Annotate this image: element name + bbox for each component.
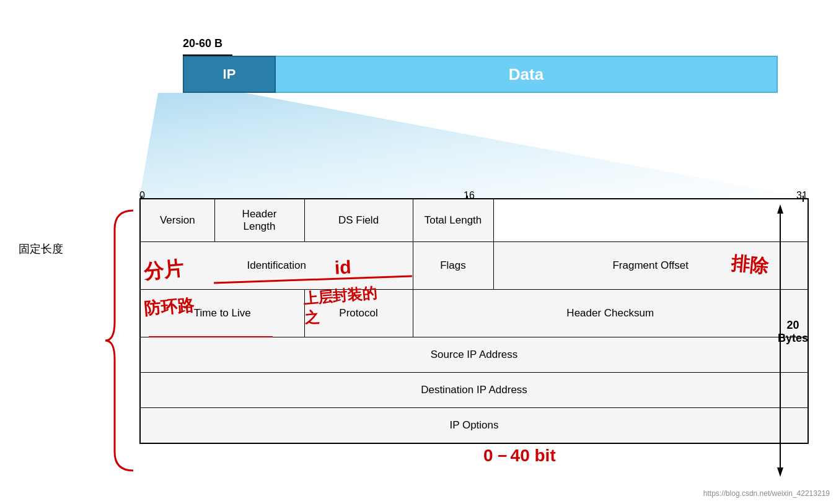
cell-fragment-offset: Fragment Offset: [493, 242, 808, 290]
size-label: 20-60 B: [183, 37, 222, 50]
cell-checksum: Header Checksum: [413, 290, 808, 337]
cell-ds-field: DS Field: [304, 199, 413, 242]
svg-marker-2: [777, 204, 783, 214]
table-row: Version HeaderLength DS Field Total Leng…: [140, 199, 808, 242]
zoom-triangle: [139, 93, 809, 198]
main-container: 20-60 B IP Data 0 16 31 Ver: [0, 0, 836, 504]
fixed-length-label: 固定长度: [19, 241, 63, 256]
svg-marker-3: [777, 467, 783, 477]
cell-ip-options: IP Options: [140, 408, 808, 444]
cell-source-ip: Source IP Address: [140, 337, 808, 373]
cell-ttl: Time to Live: [140, 290, 304, 337]
packet-diagram: IP Data: [183, 56, 778, 93]
data-block: Data: [276, 56, 778, 93]
ttl-underline: [149, 336, 273, 337]
table-row: IP Options: [140, 408, 808, 444]
cell-protocol: Protocol: [304, 290, 413, 337]
cell-dest-ip: Destination IP Address: [140, 373, 808, 408]
svg-marker-0: [139, 93, 809, 198]
cell-version: Version: [140, 199, 214, 242]
watermark: https://blog.csdn.net/weixin_42213219: [703, 489, 830, 498]
cell-header-length: HeaderLength: [214, 199, 304, 242]
bytes-20-label: 20 Bytes: [778, 319, 808, 345]
ip-header-table: Version HeaderLength DS Field Total Leng…: [139, 198, 809, 444]
cell-total-length: Total Length: [413, 199, 493, 242]
table-row: Source IP Address: [140, 337, 808, 373]
table-row: Time to Live Protocol Header Checksum: [140, 290, 808, 337]
cell-flags: Flags: [413, 242, 493, 290]
table-row: Destination IP Address: [140, 373, 808, 408]
fixed-length-bracket: [102, 204, 139, 477]
cell-identification: Identification: [140, 242, 413, 290]
ip-block: IP: [183, 56, 276, 93]
annotation-options-range: 0－40 bit: [483, 444, 556, 467]
